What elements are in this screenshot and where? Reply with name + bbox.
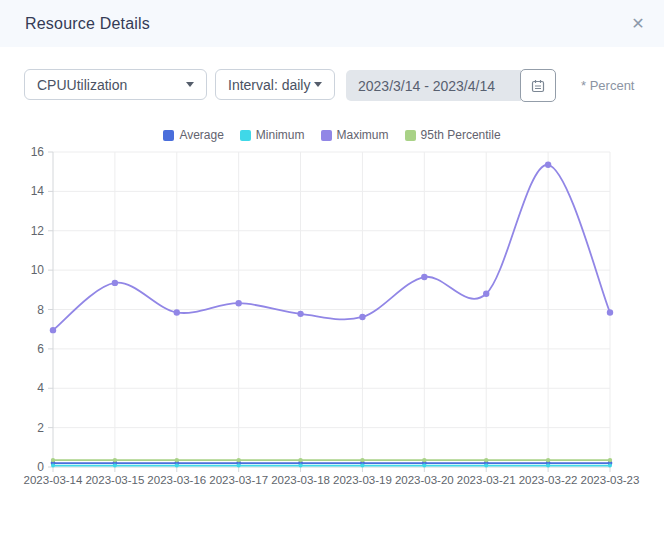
legend-item-maximum[interactable]: Maximum [321, 128, 389, 142]
metric-dropdown[interactable]: CPUUtilization [24, 69, 207, 100]
controls-row: CPUUtilization Interval: daily * Percent [0, 69, 664, 101]
x-axis-label: 2023-03-15 [85, 474, 144, 486]
data-point-minimum [360, 464, 364, 468]
y-axis-label: 12 [31, 224, 45, 238]
dialog-header: Resource Details ✕ [0, 0, 664, 47]
data-point-minimum [484, 464, 488, 468]
date-range-group [346, 69, 556, 102]
legend-label: 95th Percentile [421, 128, 501, 142]
y-axis-label: 6 [37, 342, 44, 356]
data-point-95th-percentile [360, 458, 364, 462]
data-point-minimum [175, 464, 179, 468]
legend-swatch-icon [163, 130, 174, 141]
calendar-icon [531, 79, 545, 93]
data-point-minimum [546, 464, 550, 468]
date-range-input[interactable] [346, 70, 521, 101]
data-point-maximum [545, 162, 551, 168]
data-point-maximum [421, 274, 427, 280]
data-point-minimum [422, 464, 426, 468]
x-axis-label: 2023-03-16 [147, 474, 206, 486]
line-chart: 02468101214162023-03-142023-03-152023-03… [0, 145, 664, 505]
y-axis-label: 10 [31, 263, 45, 277]
chevron-down-icon [314, 82, 322, 87]
legend-label: Maximum [337, 128, 389, 142]
y-axis-label: 0 [37, 460, 44, 474]
x-axis-label: 2023-03-20 [395, 474, 454, 486]
chart-legend: AverageMinimumMaximum95th Percentile [0, 128, 664, 142]
data-point-95th-percentile [51, 458, 55, 462]
data-point-maximum [607, 309, 613, 315]
x-axis-label: 2023-03-17 [209, 474, 268, 486]
close-icon[interactable]: ✕ [626, 12, 650, 36]
legend-swatch-icon [405, 130, 416, 141]
y-axis-label: 2 [37, 421, 44, 435]
data-point-maximum [112, 280, 118, 286]
y-axis-label: 14 [31, 184, 45, 198]
legend-swatch-icon [321, 130, 332, 141]
data-point-maximum [235, 300, 241, 306]
x-axis-label: 2023-03-23 [581, 474, 640, 486]
x-axis-label: 2023-03-14 [24, 474, 83, 486]
legend-swatch-icon [240, 130, 251, 141]
dialog-title: Resource Details [25, 15, 150, 33]
data-point-minimum [299, 464, 303, 468]
series-line-maximum [53, 165, 610, 330]
data-point-95th-percentile [113, 458, 117, 462]
legend-label: Average [179, 128, 223, 142]
x-axis-label: 2023-03-22 [519, 474, 578, 486]
y-axis-label: 16 [31, 145, 45, 159]
metric-dropdown-value: CPUUtilization [37, 77, 127, 93]
legend-item-95th-percentile[interactable]: 95th Percentile [405, 128, 501, 142]
data-point-95th-percentile [484, 458, 488, 462]
chevron-down-icon [186, 82, 194, 87]
data-point-95th-percentile [422, 458, 426, 462]
chart-canvas: 02468101214162023-03-142023-03-152023-03… [0, 145, 664, 505]
data-point-maximum [50, 327, 56, 333]
legend-item-average[interactable]: Average [163, 128, 223, 142]
data-point-95th-percentile [608, 458, 612, 462]
data-point-minimum [113, 464, 117, 468]
data-point-maximum [483, 291, 489, 297]
interval-dropdown[interactable]: Interval: daily [215, 69, 335, 100]
data-point-maximum [174, 309, 180, 315]
legend-item-minimum[interactable]: Minimum [240, 128, 305, 142]
data-point-95th-percentile [546, 458, 550, 462]
data-point-95th-percentile [175, 458, 179, 462]
x-axis-label: 2023-03-19 [333, 474, 392, 486]
y-axis-label: 4 [37, 381, 44, 395]
data-point-maximum [359, 314, 365, 320]
interval-dropdown-value: Interval: daily [228, 77, 310, 93]
y-axis-label: 8 [37, 303, 44, 317]
x-axis-label: 2023-03-21 [457, 474, 516, 486]
data-point-minimum [237, 464, 241, 468]
x-axis-label: 2023-03-18 [271, 474, 330, 486]
resource-details-dialog: Resource Details ✕ CPUUtilization Interv… [0, 0, 664, 537]
calendar-button[interactable] [520, 69, 556, 102]
legend-label: Minimum [256, 128, 305, 142]
data-point-minimum [51, 464, 55, 468]
data-point-maximum [297, 311, 303, 317]
data-point-95th-percentile [236, 458, 240, 462]
data-point-minimum [608, 464, 612, 468]
unit-note: * Percent [581, 78, 634, 93]
data-point-95th-percentile [298, 458, 302, 462]
